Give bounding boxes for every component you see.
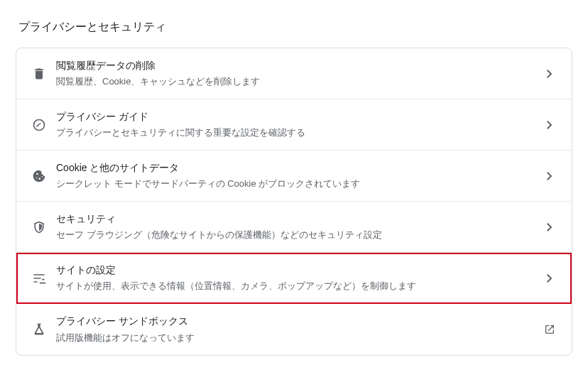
chevron-right-icon bbox=[543, 223, 556, 231]
item-title: サイトの設定 bbox=[56, 263, 543, 278]
item-title: セキュリティ bbox=[56, 212, 543, 226]
item-title: プライバシー ガイド bbox=[56, 110, 543, 124]
row-text: サイトの設定 サイトが使用、表示できる情報（位置情報、カメラ、ポップアップなど）… bbox=[56, 263, 543, 293]
row-privacy-guide[interactable]: プライバシー ガイド プライバシーとセキュリティに関する重要な設定を確認する bbox=[16, 99, 572, 151]
item-desc: 閲覧履歴、Cookie、キャッシュなどを削除します bbox=[56, 75, 543, 88]
chevron-right-icon bbox=[543, 121, 556, 129]
row-text: 閲覧履歴データの削除 閲覧履歴、Cookie、キャッシュなどを削除します bbox=[56, 59, 543, 89]
external-link-icon bbox=[543, 324, 556, 335]
row-clear-browsing-data[interactable]: 閲覧履歴データの削除 閲覧履歴、Cookie、キャッシュなどを削除します bbox=[16, 48, 572, 99]
item-desc: 試用版機能はオフになっています bbox=[56, 332, 543, 344]
item-title: プライバシー サンドボックス bbox=[56, 315, 543, 329]
row-text: プライバシー サンドボックス 試用版機能はオフになっています bbox=[56, 315, 543, 344]
row-privacy-sandbox[interactable]: プライバシー サンドボックス 試用版機能はオフになっています bbox=[16, 304, 572, 355]
item-desc: シークレット モードでサードパーティの Cookie がブロックされています bbox=[56, 177, 543, 190]
row-site-settings[interactable]: サイトの設定 サイトが使用、表示できる情報（位置情報、カメラ、ポップアップなど）… bbox=[16, 253, 572, 304]
chevron-right-icon bbox=[543, 274, 556, 283]
cookie-icon bbox=[32, 169, 56, 183]
shield-icon bbox=[32, 220, 56, 234]
row-text: セキュリティ セーフ ブラウジング（危険なサイトからの保護機能）などのセキュリテ… bbox=[56, 212, 543, 242]
item-desc: セーフ ブラウジング（危険なサイトからの保護機能）などのセキュリティ設定 bbox=[56, 229, 543, 241]
chevron-right-icon bbox=[543, 172, 556, 180]
tune-icon bbox=[32, 271, 56, 285]
row-cookies[interactable]: Cookie と他のサイトデータ シークレット モードでサードパーティの Coo… bbox=[16, 151, 572, 202]
item-title: Cookie と他のサイトデータ bbox=[56, 161, 543, 175]
trash-icon bbox=[32, 67, 56, 81]
chevron-right-icon bbox=[543, 70, 556, 78]
settings-card: 閲覧履歴データの削除 閲覧履歴、Cookie、キャッシュなどを削除します プライ… bbox=[16, 48, 572, 356]
item-title: 閲覧履歴データの削除 bbox=[56, 59, 543, 73]
row-text: プライバシー ガイド プライバシーとセキュリティに関する重要な設定を確認する bbox=[56, 110, 543, 140]
item-desc: プライバシーとセキュリティに関する重要な設定を確認する bbox=[56, 126, 543, 139]
section-title: プライバシーとセキュリティ bbox=[16, 13, 572, 48]
compass-icon bbox=[32, 118, 56, 132]
item-desc: サイトが使用、表示できる情報（位置情報、カメラ、ポップアップなど）を制御します bbox=[56, 280, 543, 293]
flask-icon bbox=[32, 322, 56, 337]
row-text: Cookie と他のサイトデータ シークレット モードでサードパーティの Coo… bbox=[56, 161, 543, 191]
row-security[interactable]: セキュリティ セーフ ブラウジング（危険なサイトからの保護機能）などのセキュリテ… bbox=[16, 202, 572, 253]
